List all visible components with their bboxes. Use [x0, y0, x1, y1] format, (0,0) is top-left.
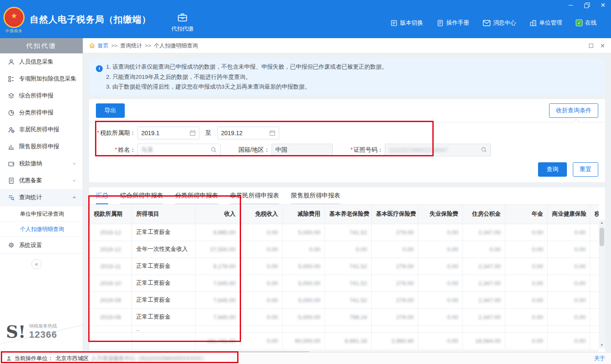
sidebar-item-personnel-info[interactable]: 人员信息采集 — [0, 53, 83, 70]
sidebar-item-comprehensive-income[interactable]: 综合所得申报 — [0, 87, 83, 104]
list-boxes-icon — [8, 75, 15, 83]
person-icon — [8, 58, 15, 66]
scroll-up-arrow[interactable]: ▲ — [599, 220, 605, 226]
breadcrumb-separator: >> — [111, 42, 118, 49]
tab-withholding-module[interactable]: 代扣代缴 — [171, 12, 193, 33]
search-button[interactable]: 查询 — [538, 162, 567, 177]
breadcrumb-home[interactable]: 首页 — [98, 42, 109, 50]
results-panel: 汇总 综合所得申报表 分类所得申报表 非居民所得申报表 限售股所得申报表 — [89, 187, 605, 353]
online-check-icon: ✓ — [576, 19, 583, 26]
form-actions: 查询 重置 — [89, 161, 605, 182]
sidebar-item-nonresident-income[interactable]: 非居民所得申报 — [0, 121, 83, 138]
home-icon — [89, 43, 95, 48]
nav-message-center[interactable]: 消息中心 — [483, 19, 516, 27]
calendar-icon — [269, 130, 275, 136]
nav-online-status[interactable]: ✓ 在线 — [576, 19, 597, 27]
tab-nonresident-income[interactable]: 非居民所得申报表 — [230, 192, 279, 204]
query-panel: 导出 收折查询条件 *税款所属期： 2019.1 至 — [89, 99, 605, 182]
module-tab-label: 代扣代缴 — [171, 25, 193, 33]
tab-restricted-shares[interactable]: 限售股所得申报表 — [291, 192, 340, 204]
nav-label: 版本切换 — [400, 19, 423, 27]
col-header: 基本医疗保险费 — [372, 204, 418, 224]
period-start-input[interactable]: 2019.1 — [137, 127, 199, 139]
sidebar-item-label: 查询统计 — [19, 194, 42, 201]
table-row: 2019-11 正常工资薪金 9,178.00 0.00 5,000.00 74… — [90, 258, 599, 275]
sidebar-subitem-unit-declaration-query[interactable]: 单位申报记录查询 — [0, 206, 83, 221]
collapse-query-button[interactable]: 收折查询条件 — [549, 103, 598, 118]
sidebar-collapse-button[interactable]: « — [31, 259, 42, 269]
top-header: ─ ✕ ★ 中国税务 自然人电子税务局（扣缴端） 代扣代缴 — [0, 0, 611, 38]
sidebar-item-query-statistics[interactable]: 查询统计 — [0, 189, 83, 206]
sidebar-item-label: 非居民所得申报 — [19, 126, 59, 133]
sidebar-item-restricted-shares[interactable]: 限售股所得申报 — [0, 138, 83, 155]
sidebar-item-preferential-filing[interactable]: 优惠备案 — [0, 172, 83, 189]
nav-manual[interactable]: 操作手册 — [437, 19, 469, 27]
col-header: 商业健康保险 — [548, 204, 590, 224]
period-end-input[interactable]: 2019.12 — [217, 127, 279, 139]
form-row-person: *姓名： 马某 国籍/地区： 中国 *证照号码： 1101021 — [89, 144, 605, 156]
tab-comprehensive-income[interactable]: 综合所得申报表 — [120, 192, 163, 204]
id-number-input[interactable]: 110102199001234567 — [385, 144, 491, 156]
sidebar-item-label: 综合所得申报 — [19, 92, 53, 100]
col-header: 免税收入 — [240, 204, 283, 224]
brand: ★ 中国税务 自然人电子税务局（扣缴端） — [0, 4, 151, 34]
scroll-down-arrow[interactable]: ▼ — [599, 342, 605, 348]
search-icon — [481, 147, 487, 153]
table-row: 2019-10 正常工资薪金 7,645.00 0.00 5,000.00 74… — [90, 275, 599, 292]
content-area: i1. 该查询统计表仅能查询已申报成功的数据，不包含未申报、申报失败，已申报但已… — [83, 53, 611, 352]
restore-button[interactable] — [583, 2, 591, 8]
briefcase-icon — [177, 12, 188, 23]
id-label: *证照号码： — [350, 146, 383, 154]
about-link[interactable]: 关于 — [594, 355, 605, 362]
reset-button[interactable]: 重置 — [573, 162, 598, 177]
horizontal-scrollbar[interactable] — [89, 350, 599, 353]
breadcrumb-level1[interactable]: 查询统计 — [120, 42, 142, 50]
sidebar-item-special-deduction[interactable]: 专项附加扣除信息采集 — [0, 70, 83, 87]
table-header-row: 税款所属期 所得项目 收入 免税收入 减除费用 基本养老保险费 基本医疗保险费 … — [90, 204, 599, 224]
info-icon: i — [96, 65, 103, 72]
toolbar-row: 导出 收折查询条件 — [89, 99, 605, 122]
to-label: 至 — [205, 129, 211, 137]
close-button[interactable]: ✕ — [599, 2, 607, 8]
hotline-logo-icon: S! — [6, 323, 25, 340]
table-row: 2019-09 正常工资薪金 7,645.00 0.00 5,000.00 74… — [90, 292, 599, 308]
top-nav: 版本切换 操作手册 消息中心 单位管理 ✓ 在线 — [390, 19, 611, 27]
notice-line-3: 3. 由于数据处理的滞后性，建议您在申报成功3天之后再来查询最新的申报数据。 — [96, 82, 598, 92]
logo-caption: 中国税务 — [6, 28, 22, 34]
tab-summary[interactable]: 汇总 — [96, 192, 108, 204]
sidebar-title: 代扣代缴 — [0, 38, 83, 53]
horizontal-scrollbar-thumb[interactable] — [93, 351, 310, 353]
calendar-icon — [190, 130, 196, 136]
vertical-scrollbar[interactable]: ▲ ▼ — [599, 220, 605, 348]
sidebar-item-tax-payment[interactable]: 税款缴纳 — [0, 155, 83, 172]
layers-icon — [8, 92, 15, 100]
nav-org-management[interactable]: 单位管理 — [530, 19, 562, 27]
app-title: 自然人电子税务局（扣缴端） — [30, 14, 151, 25]
breadcrumb-separator: >> — [145, 42, 151, 49]
sidebar-item-classified-income[interactable]: 分类所得申报 — [0, 104, 83, 121]
sidebar-collapse-row: « — [0, 253, 83, 269]
sidebar: 代扣代缴 人员信息采集 专项附加扣除信息采集 综合所得申报 分类所得申报 — [0, 38, 83, 352]
sidebar-menu: 人员信息采集 专项附加扣除信息采集 综合所得申报 分类所得申报 非居民所得申报 — [0, 53, 83, 253]
panel-maximize-icon[interactable] — [589, 44, 593, 48]
mail-icon — [483, 20, 490, 26]
col-header: 减除费用 — [283, 204, 325, 224]
table-total-row: -- -- 161,741.00 0.00 60,000.00 8,991.16… — [90, 332, 599, 349]
vertical-scrollbar-thumb[interactable] — [600, 228, 604, 246]
export-button[interactable]: 导出 — [96, 103, 125, 118]
panel-close-icon[interactable]: ✕ — [600, 42, 605, 49]
nav-version-switch[interactable]: 版本切换 — [390, 19, 423, 27]
name-input[interactable]: 马某 — [137, 144, 221, 156]
region-input[interactable]: 中国 — [272, 144, 333, 156]
nav-label: 单位管理 — [539, 19, 562, 27]
minimize-button[interactable]: ─ — [567, 2, 575, 8]
sidebar-item-system-settings[interactable]: 系统设置 — [0, 236, 83, 253]
tax-emblem-icon: ★ — [3, 7, 25, 28]
sidebar-subitem-personal-withholding-query[interactable]: 个人扣缴明细查询 — [0, 221, 83, 236]
id-number-value: 110102199001234567 — [389, 147, 448, 153]
sidebar-item-label: 分类所得申报 — [19, 109, 53, 117]
nav-label: 操作手册 — [446, 19, 469, 27]
nav-label: 在线 — [585, 19, 597, 27]
col-header: 税款所属期 — [90, 204, 132, 224]
tab-classified-income[interactable]: 分类所得申报表 — [175, 192, 219, 204]
